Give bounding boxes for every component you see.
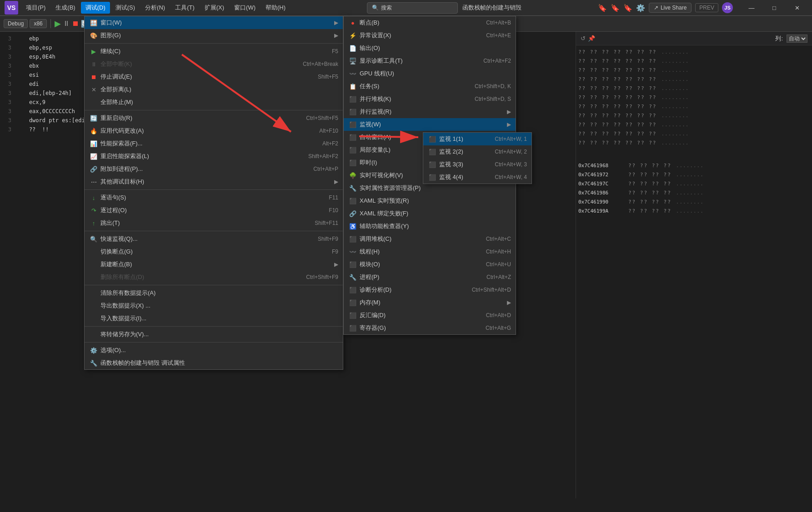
- toggle-bp-icon: [89, 247, 98, 256]
- submenu-watch[interactable]: ⬛ 监视(W) ▶: [344, 118, 516, 131]
- memory-row: ?? ?? ?? ?? ?? ?? ?? ........: [578, 48, 810, 57]
- refresh-icon[interactable]: ↺: [581, 35, 586, 42]
- submenu-modules[interactable]: ⬛ 模块(O) Ctrl+Alt+U: [344, 258, 516, 271]
- menu-item-step-out[interactable]: ↑ 跳出(T) Shift+F11: [85, 217, 343, 229]
- menu-item-attach[interactable]: 🔗 附加到进程(P)... Ctrl+Alt+P: [85, 163, 343, 175]
- menu-extensions[interactable]: 扩展(X): [200, 2, 229, 14]
- menu-item-quickwatch[interactable]: 🔍 快速监视(Q)... Shift+F9: [85, 233, 343, 245]
- search-box[interactable]: 🔍 搜索: [367, 2, 458, 14]
- module-icon: ⬛: [348, 260, 357, 269]
- stop-toolbar-icon[interactable]: ⏹: [72, 20, 79, 28]
- submenu-processes[interactable]: 🔧 进程(P) Ctrl+Alt+Z: [344, 271, 516, 283]
- bookmark3-icon[interactable]: 🔖: [623, 4, 632, 12]
- live-tree-icon: 🌳: [348, 171, 357, 180]
- menu-item-terminate-all[interactable]: 全部终止(M): [85, 96, 343, 109]
- live-share-button[interactable]: ↗ Live Share: [649, 3, 692, 13]
- menu-item-options[interactable]: ⚙️ 选项(O)...: [85, 344, 343, 357]
- submenu-registers[interactable]: ⬛ 寄存器(G) Ctrl+Alt+G: [344, 322, 516, 334]
- menu-item-toggle-bp[interactable]: 切换断点(G) F9: [85, 245, 343, 258]
- menu-item-export-tips[interactable]: 导出数据提示(X) ...: [85, 299, 343, 312]
- address-row: 0x7C46199A ?? ?? ?? ?? ........: [578, 207, 810, 216]
- monitor-3[interactable]: ⬛ 监视 3(3) Ctrl+Alt+W, 3: [423, 158, 531, 171]
- menu-tools[interactable]: 工具(T): [170, 2, 199, 14]
- menu-item-apply-changes[interactable]: 🔥 应用代码更改(A) Alt+F10: [85, 124, 343, 137]
- menu-item-perf[interactable]: 📊 性能探索器(F)... Alt+F2: [85, 137, 343, 150]
- column-select[interactable]: 自动: [787, 35, 807, 43]
- bookmark-icon[interactable]: 🔖: [598, 4, 607, 12]
- submenu-threads[interactable]: 〰️ 线程(H) Ctrl+Alt+H: [344, 245, 516, 258]
- user-avatar[interactable]: JS: [722, 2, 733, 13]
- bookmark2-icon[interactable]: 🔖: [611, 4, 620, 12]
- pause-toolbar-icon[interactable]: ⏸: [63, 20, 70, 28]
- maximize-button[interactable]: □: [764, 0, 785, 16]
- live-share-label: Live Share: [661, 5, 687, 11]
- menu-item-window[interactable]: 🪟 窗口(W) ▶: [85, 16, 343, 29]
- arch-dropdown[interactable]: x86: [30, 19, 46, 28]
- xaml-bind-icon: 🔗: [348, 209, 357, 218]
- pin-icon[interactable]: 📌: [588, 35, 595, 42]
- submenu-callstack[interactable]: ⬛ 调用堆栈(C) Ctrl+Alt+C: [344, 233, 516, 245]
- menu-item-import-tips[interactable]: 导入数据提示(I)...: [85, 312, 343, 325]
- menu-item-properties[interactable]: 🔧 函数栈帧的创建与销毁 调试属性: [85, 357, 343, 369]
- menu-item-new-bp[interactable]: 新建断点(B) ▶: [85, 258, 343, 271]
- submenu-output[interactable]: 📄 输出(O): [344, 42, 516, 55]
- menu-item-step-into[interactable]: ↓ 逐语句(S) F11: [85, 191, 343, 204]
- menu-debug[interactable]: 调试(D): [81, 2, 110, 14]
- menu-item-restart-perf[interactable]: 📈 重启性能探索器(L) Shift+Alt+F2: [85, 150, 343, 163]
- close-button[interactable]: ✕: [787, 0, 807, 16]
- continue-toolbar-icon[interactable]: ▶: [55, 19, 61, 29]
- menu-item-delete-all-bp[interactable]: 删除所有断点(D) Ctrl+Shift+F9: [85, 271, 343, 283]
- continue-icon: ▶: [89, 47, 98, 56]
- monitor3-icon: ⬛: [428, 160, 437, 169]
- submenu-accessibility[interactable]: ♿ 辅助功能检查器(Y): [344, 220, 516, 233]
- menu-item-clear-tips[interactable]: 清除所有数据提示(A): [85, 287, 343, 299]
- menu-item-continue[interactable]: ▶ 继续(C) F5: [85, 45, 343, 58]
- submenu-memory[interactable]: ⬛ 内存(M) ▶: [344, 296, 516, 309]
- submenu-diag-tools[interactable]: 🖥️ 显示诊断工具(T) Ctrl+Alt+F2: [344, 55, 516, 67]
- menu-item-stop[interactable]: ⏹ 停止调试(E) Shift+F5: [85, 70, 343, 83]
- live-prop-icon: 🔧: [348, 184, 357, 193]
- submenu-exceptions[interactable]: ⚡ 异常设置(X) Ctrl+Alt+E: [344, 29, 516, 42]
- menu-test[interactable]: 测试(S): [111, 2, 140, 14]
- column-label: 列:: [775, 35, 783, 43]
- menu-item-save-dump[interactable]: 将转储另存为(V)...: [85, 328, 343, 341]
- debug-dropdown-menu[interactable]: 🪟 窗口(W) ▶ 🎨 图形(G) ▶ ▶ 继续(C) F5 ⏸ 全部中断(K)…: [84, 16, 343, 370]
- menu-build[interactable]: 生成(B): [51, 2, 80, 14]
- breakpoint-icon: ●: [348, 18, 357, 27]
- menu-item-graphics[interactable]: 🎨 图形(G) ▶: [85, 29, 343, 42]
- monitor-2[interactable]: ⬛ 监视 2(2) Ctrl+Alt+W, 2: [423, 145, 531, 158]
- submenu-diag-analysis[interactable]: ⬛ 诊断分析(D) Ctrl+Shift+Alt+D: [344, 283, 516, 296]
- submenu-breakpoints[interactable]: ● 断点(B) Ctrl+Alt+B: [344, 16, 516, 29]
- menu-analyze[interactable]: 分析(N): [140, 2, 170, 14]
- monitor-submenu[interactable]: ⬛ 监视 1(1) Ctrl+Alt+W, 1 ⬛ 监视 2(2) Ctrl+A…: [423, 132, 532, 184]
- restart-perf-icon: 📈: [89, 152, 98, 161]
- submenu-xaml-preview[interactable]: ⬛ XAML 实时预览(R): [344, 194, 516, 207]
- monitor-1[interactable]: ⬛ 监视 1(1) Ctrl+Alt+W, 1: [423, 133, 531, 145]
- menu-project[interactable]: 项目(P): [21, 2, 50, 14]
- memory-panel: ?? ?? ?? ?? ?? ?? ?? ........ ?? ?? ?? ?…: [576, 45, 812, 498]
- submenu-parallel-watch[interactable]: ⬛ 并行监视(R) ▶: [344, 105, 516, 118]
- submenu-parallel-stack[interactable]: ⬛ 并行堆栈(K) Ctrl+Shift+D, S: [344, 93, 516, 105]
- menu-item-restart[interactable]: 🔄 重新启动(R) Ctrl+Shift+F5: [85, 112, 343, 124]
- search-icon: 🔍: [372, 5, 379, 11]
- address-row: 0x7C46197C ?? ?? ?? ?? ........: [578, 179, 810, 189]
- settings-icon[interactable]: ⚙️: [636, 4, 645, 12]
- submenu-tasks[interactable]: 📋 任务(S) Ctrl+Shift+D, K: [344, 80, 516, 93]
- submenu-gpu[interactable]: 〰️ GPU 线程(U): [344, 67, 516, 80]
- menu-item-detach-all[interactable]: ✕ 全部折离(L): [85, 83, 343, 96]
- menu-window[interactable]: 窗口(W): [230, 2, 260, 14]
- import-tips-icon: [89, 314, 98, 323]
- debug-mode-dropdown[interactable]: Debug: [4, 19, 28, 28]
- prev-button[interactable]: PREV: [695, 3, 718, 12]
- menu-item-break-all[interactable]: ⏸ 全部中断(K) Ctrl+Alt+Break: [85, 58, 343, 70]
- submenu-xaml-bind[interactable]: 🔗 XAML 绑定失败(F): [344, 207, 516, 220]
- minimize-button[interactable]: —: [741, 0, 762, 16]
- menu-separator: [85, 189, 343, 190]
- memory-row: ?? ?? ?? ?? ?? ?? ?? ........: [578, 66, 810, 75]
- menu-item-step-over[interactable]: ↷ 逐过程(O) F10: [85, 204, 343, 217]
- menu-item-other-targets[interactable]: ⋯ 其他调试目标(H) ▶: [85, 175, 343, 188]
- submenu-disasm[interactable]: ⬛ 反汇编(D) Ctrl+Alt+D: [344, 309, 516, 322]
- menu-help[interactable]: 帮助(H): [261, 2, 290, 14]
- monitor1-icon: ⬛: [428, 134, 437, 144]
- monitor-4[interactable]: ⬛ 监视 4(4) Ctrl+Alt+W, 4: [423, 171, 531, 184]
